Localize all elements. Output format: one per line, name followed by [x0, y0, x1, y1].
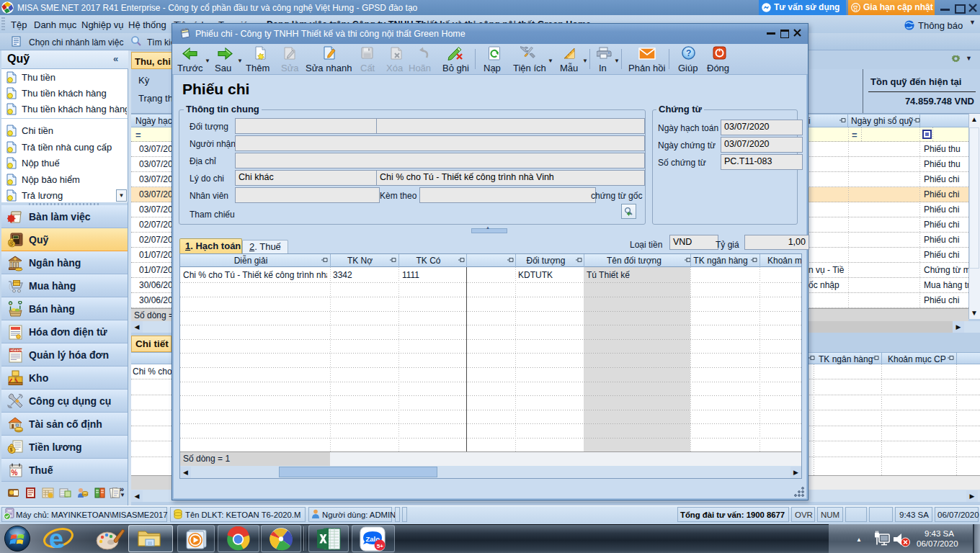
svg-text:HÓA ĐƠN: HÓA ĐƠN: [11, 349, 24, 352]
svg-text:$: $: [9, 447, 12, 453]
svg-text:e: e: [49, 526, 63, 552]
svg-text:%: %: [12, 469, 18, 477]
svg-text:?: ?: [686, 48, 691, 58]
svg-text:5+: 5+: [377, 543, 383, 549]
svg-text:S: S: [10, 242, 13, 246]
